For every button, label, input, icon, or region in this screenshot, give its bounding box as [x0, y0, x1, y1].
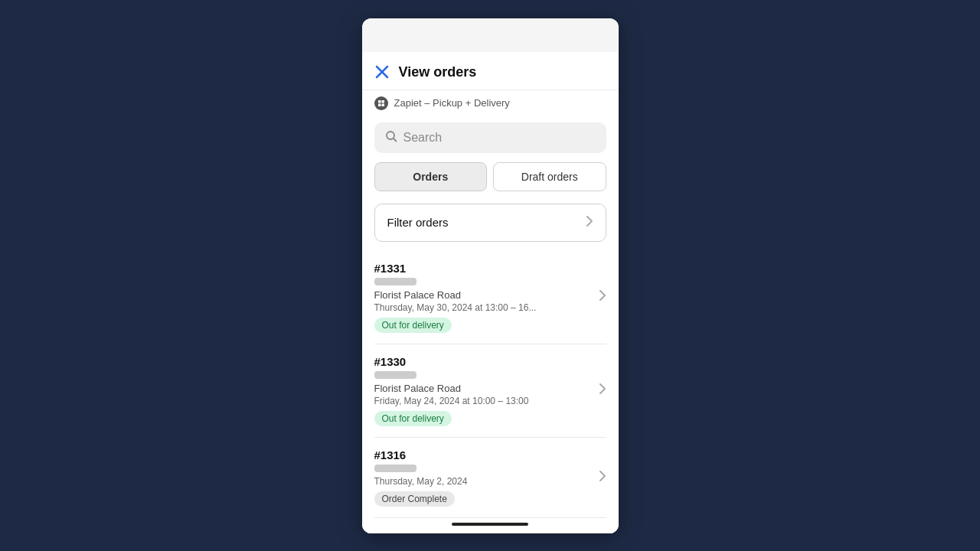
order-address: Florist Palace Road [374, 289, 591, 301]
order-address: Florist Palace Road [374, 383, 591, 394]
top-bar [362, 18, 619, 52]
filter-orders-button[interactable]: Filter orders [374, 204, 606, 242]
order-item[interactable]: #1331 Florist Palace Road Thursday, May … [374, 251, 606, 344]
order-details: #1331 Florist Palace Road Thursday, May … [374, 262, 591, 333]
search-placeholder: Search [403, 131, 443, 145]
tabs-row: Orders Draft orders [362, 162, 619, 201]
status-badge: Out for delivery [374, 411, 452, 426]
tab-orders[interactable]: Orders [374, 162, 488, 191]
close-button[interactable] [374, 64, 390, 80]
home-indicator [452, 523, 528, 526]
phone-container: View orders Zapiet – Pickup + Delivery [362, 18, 619, 533]
svg-rect-2 [378, 100, 381, 103]
search-input[interactable]: Search [374, 122, 606, 153]
order-date: Thursday, May 2, 2024 [374, 476, 591, 487]
search-icon [385, 130, 397, 145]
order-chevron-icon [599, 470, 606, 485]
main-content: View orders Zapiet – Pickup + Delivery [362, 52, 619, 533]
order-item[interactable]: #1330 Florist Palace Road Friday, May 24… [374, 344, 606, 438]
order-chevron-icon [599, 289, 606, 305]
order-details: #1316 Thursday, May 2, 2024 Order Comple… [374, 448, 591, 507]
svg-rect-4 [378, 103, 381, 106]
svg-line-7 [394, 139, 397, 142]
order-name-redacted [374, 278, 416, 285]
source-row: Zapiet – Pickup + Delivery [362, 90, 619, 116]
order-number: #1330 [374, 355, 591, 368]
svg-rect-5 [381, 103, 384, 106]
order-date: Friday, May 24, 2024 at 10:00 – 13:00 [374, 396, 591, 406]
order-details: #1330 Florist Palace Road Friday, May 24… [374, 355, 591, 426]
order-number: #1331 [374, 262, 591, 275]
status-badge: Out for delivery [374, 318, 452, 333]
header: View orders [362, 52, 619, 90]
svg-rect-3 [381, 100, 384, 103]
order-chevron-icon [599, 383, 606, 398]
page-title: View orders [399, 64, 477, 80]
order-name-redacted [374, 465, 416, 472]
filter-label: Filter orders [387, 216, 449, 229]
filter-chevron-icon [586, 215, 593, 230]
order-date: Thursday, May 30, 2024 at 13:00 – 16... [374, 302, 591, 313]
tab-draft-orders[interactable]: Draft orders [493, 162, 606, 191]
order-item[interactable]: #1316 Thursday, May 2, 2024 Order Comple… [374, 438, 606, 518]
order-name-redacted [374, 371, 416, 379]
source-label: Zapiet – Pickup + Delivery [394, 97, 510, 109]
order-number: #1316 [374, 448, 591, 461]
orders-list: #1331 Florist Palace Road Thursday, May … [362, 251, 619, 518]
status-badge: Order Complete [374, 491, 455, 507]
bottom-bar [362, 518, 619, 533]
source-icon [374, 96, 388, 110]
